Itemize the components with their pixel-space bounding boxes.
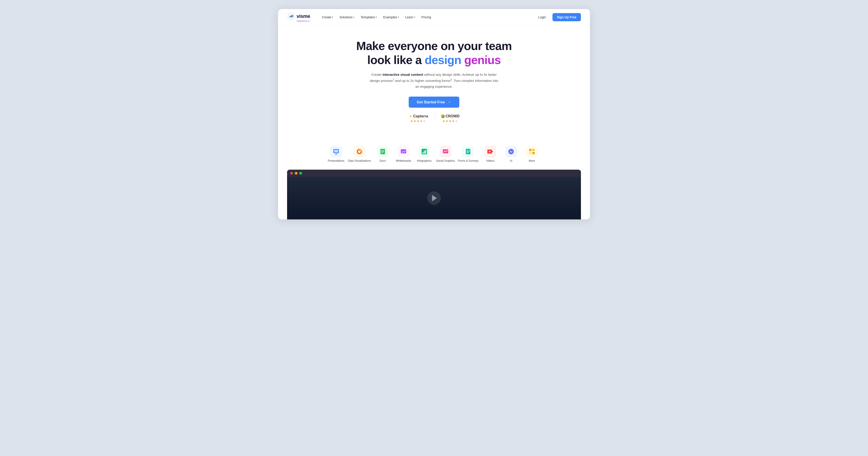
feature-ai[interactable]: AI AI — [502, 146, 520, 163]
forms-icon — [462, 146, 474, 158]
docs-icon — [377, 146, 389, 158]
gcrowd-stars: ★★★★★ — [442, 119, 458, 123]
video-titlebar — [287, 170, 581, 177]
play-button[interactable] — [427, 191, 441, 205]
ai-label: AI — [510, 159, 512, 163]
rating-capterra: ⚡ Capterra ★★★★★ — [402, 114, 434, 123]
chevron-down-icon: ▾ — [332, 16, 333, 18]
subtitle-sup2: 2 — [450, 78, 452, 81]
more-label: More — [529, 159, 535, 163]
gcrowd-logo: CROWD — [441, 114, 460, 118]
capterra-logo: ⚡ Capterra — [408, 114, 428, 118]
features-bar: Presentations Data Visualizations Docs W… — [278, 141, 590, 170]
presentations-icon — [330, 146, 342, 158]
infographics-label: Infographics — [417, 159, 432, 163]
svg-rect-15 — [424, 151, 425, 153]
subtitle-prefix: Create — [371, 73, 382, 77]
nav-right: Login Sign Up Free — [535, 13, 581, 21]
svg-rect-19 — [467, 150, 468, 151]
feature-forms-surveys[interactable]: Forms & Surveys — [458, 146, 478, 163]
nav-item-examples[interactable]: Examples ▾ — [380, 13, 401, 21]
svg-text:AI: AI — [510, 150, 513, 153]
whiteboards-icon — [398, 146, 409, 158]
svg-rect-3 — [334, 150, 338, 152]
hero-word-design: design — [425, 53, 461, 66]
signup-button[interactable]: Sign Up Free — [553, 13, 581, 21]
social-icon — [440, 146, 452, 158]
chevron-down-icon: ▾ — [398, 16, 399, 18]
videos-icon — [485, 146, 496, 158]
navbar: visme Powered by AI Create ▾ Solutions ▾… — [278, 9, 590, 25]
nav-item-pricing[interactable]: Pricing — [419, 13, 434, 21]
ratings-row: ⚡ Capterra ★★★★★ CROWD ★★★★★ — [287, 114, 581, 123]
get-started-button[interactable]: Get Started Free → — [409, 96, 459, 108]
login-button[interactable]: Login — [535, 13, 549, 21]
capterra-icon: ⚡ — [408, 114, 412, 118]
chevron-down-icon: ▾ — [414, 16, 415, 18]
whiteboards-label: Whiteboards — [396, 159, 411, 163]
cta-label: Get Started Free — [417, 100, 445, 104]
feature-presentations[interactable]: Presentations — [327, 146, 345, 163]
feature-docs[interactable]: Docs — [374, 146, 392, 163]
svg-rect-29 — [532, 149, 535, 151]
svg-point-22 — [469, 150, 470, 151]
hero-title-line2-prefix: look like a — [367, 53, 425, 66]
svg-marker-24 — [492, 150, 493, 153]
svg-rect-20 — [467, 151, 470, 152]
feature-social-graphics[interactable]: Social Graphics — [436, 146, 455, 163]
capterra-name: Capterra — [413, 114, 428, 118]
arrow-icon: → — [447, 100, 451, 105]
svg-rect-14 — [423, 152, 423, 153]
nav-item-create[interactable]: Create ▾ — [319, 13, 336, 21]
datavis-icon — [353, 146, 365, 158]
svg-rect-16 — [425, 150, 426, 153]
window-dot-yellow — [295, 172, 298, 175]
hero-title-line1: Make everyone on your team — [356, 39, 512, 53]
svg-rect-28 — [529, 149, 531, 151]
visme-logo-icon — [287, 12, 295, 20]
video-body[interactable] — [287, 177, 581, 220]
svg-rect-30 — [529, 152, 531, 154]
logo-text: visme — [297, 13, 310, 19]
nav-links: Create ▾ Solutions ▾ Templates ▾ Example… — [319, 13, 535, 21]
browser-window: visme Powered by AI Create ▾ Solutions ▾… — [278, 9, 590, 220]
nav-item-learn[interactable]: Learn ▾ — [403, 13, 418, 21]
logo-area[interactable]: visme Powered by AI — [287, 12, 310, 22]
rating-gcrowd: CROWD ★★★★★ — [435, 114, 466, 123]
video-preview — [287, 170, 581, 220]
hero-word-genius: genius — [464, 53, 501, 66]
svg-rect-12 — [401, 149, 406, 153]
nav-item-solutions[interactable]: Solutions ▾ — [337, 13, 357, 21]
feature-whiteboards[interactable]: Whiteboards — [395, 146, 412, 163]
subtitle-bold: interactive visual content — [382, 73, 423, 77]
feature-videos[interactable]: Videos — [481, 146, 499, 163]
gcrowd-icon — [441, 114, 445, 118]
chevron-down-icon: ▾ — [376, 16, 377, 18]
play-icon — [432, 195, 437, 201]
subtitle-line2: and up to 2x higher converting forms — [394, 79, 450, 83]
forms-label: Forms & Surveys — [458, 159, 478, 163]
ai-icon: AI — [505, 146, 517, 158]
nav-item-templates[interactable]: Templates ▾ — [358, 13, 380, 21]
social-label: Social Graphics — [436, 159, 455, 163]
feature-data-visualizations[interactable]: Data Visualizations — [348, 146, 371, 163]
videos-label: Videos — [486, 159, 494, 163]
logo-powered-text: Powered by AI — [297, 20, 310, 22]
hero-section: Make everyone on your team look like a d… — [278, 25, 590, 141]
more-icon — [526, 146, 538, 158]
window-dot-green — [299, 172, 302, 175]
svg-point-1 — [291, 15, 292, 16]
hero-title: Make everyone on your team look like a d… — [287, 39, 581, 67]
feature-infographics[interactable]: Infographics — [415, 146, 433, 163]
svg-rect-21 — [467, 152, 469, 153]
feature-more[interactable]: More — [523, 146, 541, 163]
infographics-icon — [418, 146, 430, 158]
hero-subtitle: Create interactive visual content withou… — [368, 72, 500, 90]
docs-label: Docs — [379, 159, 385, 163]
chevron-down-icon: ▾ — [353, 16, 354, 18]
gcrowd-name: CROWD — [445, 114, 460, 118]
presentations-label: Presentations — [328, 159, 344, 163]
svg-rect-31 — [532, 152, 535, 154]
window-dot-red — [290, 172, 293, 175]
datavis-label: Data Visualizations — [348, 159, 371, 163]
